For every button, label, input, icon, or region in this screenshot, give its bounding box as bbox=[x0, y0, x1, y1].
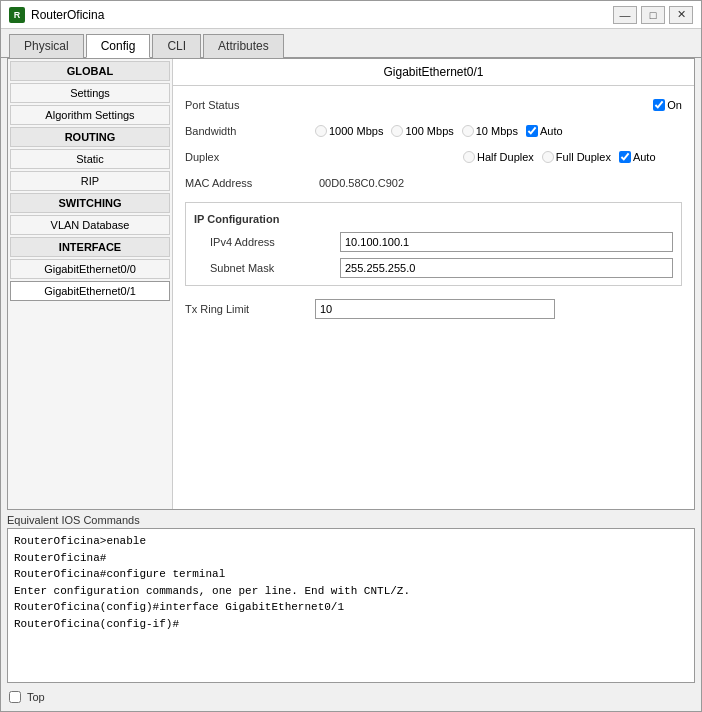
mac-address-label: MAC Address bbox=[185, 177, 315, 189]
tab-config[interactable]: Config bbox=[86, 34, 151, 58]
mac-address-controls: 00D0.58C0.C902 bbox=[315, 175, 682, 191]
close-button[interactable]: ✕ bbox=[669, 6, 693, 24]
window-title: RouterOficina bbox=[31, 8, 104, 22]
duplex-full: Full Duplex bbox=[542, 151, 611, 163]
sidebar-item-algorithm-settings[interactable]: Algorithm Settings bbox=[10, 105, 170, 125]
tabs-bar: Physical Config CLI Attributes bbox=[1, 29, 701, 58]
top-label: Top bbox=[27, 691, 45, 703]
port-status-checkbox-group: On bbox=[653, 99, 682, 111]
tx-ring-limit-label: Tx Ring Limit bbox=[185, 303, 315, 315]
duplex-half-label: Half Duplex bbox=[477, 151, 534, 163]
duplex-row: Duplex Half Duplex Full Duplex bbox=[185, 146, 682, 168]
duplex-controls: Half Duplex Full Duplex Auto bbox=[315, 151, 682, 163]
duplex-label: Duplex bbox=[185, 151, 315, 163]
minimize-button[interactable]: — bbox=[613, 6, 637, 24]
tab-cli[interactable]: CLI bbox=[152, 34, 201, 58]
ipv4-address-input[interactable] bbox=[340, 232, 673, 252]
sidebar-item-gigabit0-0[interactable]: GigabitEthernet0/0 bbox=[10, 259, 170, 279]
app-icon: R bbox=[9, 7, 25, 23]
sidebar-item-vlan-database[interactable]: VLAN Database bbox=[10, 215, 170, 235]
port-status-on-label: On bbox=[667, 99, 682, 111]
bandwidth-auto-group: Auto bbox=[526, 125, 563, 137]
sidebar-item-static[interactable]: Static bbox=[10, 149, 170, 169]
subnet-mask-input[interactable] bbox=[340, 258, 673, 278]
duplex-full-label: Full Duplex bbox=[556, 151, 611, 163]
tab-physical[interactable]: Physical bbox=[9, 34, 84, 58]
top-checkbox[interactable] bbox=[9, 691, 21, 703]
duplex-half-radio[interactable] bbox=[463, 151, 475, 163]
sidebar: GLOBAL Settings Algorithm Settings ROUTI… bbox=[8, 59, 173, 509]
maximize-button[interactable]: □ bbox=[641, 6, 665, 24]
bandwidth-label: Bandwidth bbox=[185, 125, 315, 137]
subnet-mask-label: Subnet Mask bbox=[210, 262, 340, 274]
bandwidth-auto-checkbox[interactable] bbox=[526, 125, 538, 137]
bottom-area: Equivalent IOS Commands RouterOficina>en… bbox=[7, 514, 695, 683]
bandwidth-100-label: 100 Mbps bbox=[405, 125, 453, 137]
bandwidth-1000-radio[interactable] bbox=[315, 125, 327, 137]
bandwidth-100: 100 Mbps bbox=[391, 125, 453, 137]
port-status-label: Port Status bbox=[185, 99, 315, 111]
duplex-auto-label: Auto bbox=[633, 151, 656, 163]
config-area: Port Status On Bandwidth bbox=[173, 86, 694, 509]
sidebar-section-interface: INTERFACE bbox=[10, 237, 170, 257]
sidebar-section-routing: ROUTING bbox=[10, 127, 170, 147]
bandwidth-radio-group: 1000 Mbps 100 Mbps 10 Mbps bbox=[315, 125, 563, 137]
bandwidth-auto-label: Auto bbox=[540, 125, 563, 137]
tx-ring-limit-input[interactable] bbox=[315, 299, 555, 319]
bandwidth-10-label: 10 Mbps bbox=[476, 125, 518, 137]
port-status-row: Port Status On bbox=[185, 94, 682, 116]
ios-commands-label: Equivalent IOS Commands bbox=[7, 514, 695, 526]
bandwidth-row: Bandwidth 1000 Mbps 100 Mbps bbox=[185, 120, 682, 142]
bandwidth-100-radio[interactable] bbox=[391, 125, 403, 137]
port-status-controls: On bbox=[315, 99, 682, 111]
footer-bar: Top bbox=[1, 683, 701, 711]
ipv4-address-row: IPv4 Address bbox=[210, 231, 673, 253]
tx-ring-limit-row: Tx Ring Limit bbox=[185, 298, 682, 320]
sidebar-item-settings[interactable]: Settings bbox=[10, 83, 170, 103]
ipv4-address-label: IPv4 Address bbox=[210, 236, 340, 248]
ios-commands-box[interactable]: RouterOficina>enableRouterOficina#Router… bbox=[7, 528, 695, 683]
sidebar-section-global: GLOBAL bbox=[10, 61, 170, 81]
subnet-mask-row: Subnet Mask bbox=[210, 257, 673, 279]
ip-config-header: IP Configuration bbox=[194, 209, 673, 227]
duplex-auto-checkbox[interactable] bbox=[619, 151, 631, 163]
panel-title: GigabitEthernet0/1 bbox=[173, 59, 694, 86]
bandwidth-1000: 1000 Mbps bbox=[315, 125, 383, 137]
mac-address-value: 00D0.58C0.C902 bbox=[315, 175, 408, 191]
title-bar-left: R RouterOficina bbox=[9, 7, 104, 23]
bandwidth-controls: 1000 Mbps 100 Mbps 10 Mbps bbox=[315, 125, 682, 137]
duplex-auto-group: Auto bbox=[619, 151, 656, 163]
port-status-checkbox[interactable] bbox=[653, 99, 665, 111]
sidebar-item-rip[interactable]: RIP bbox=[10, 171, 170, 191]
right-panel: GigabitEthernet0/1 Port Status On Ba bbox=[173, 59, 694, 509]
bandwidth-1000-label: 1000 Mbps bbox=[329, 125, 383, 137]
main-window: R RouterOficina — □ ✕ Physical Config CL… bbox=[0, 0, 702, 712]
main-content: GLOBAL Settings Algorithm Settings ROUTI… bbox=[7, 58, 695, 510]
sidebar-item-gigabit0-1[interactable]: GigabitEthernet0/1 bbox=[10, 281, 170, 301]
title-bar: R RouterOficina — □ ✕ bbox=[1, 1, 701, 29]
bandwidth-10: 10 Mbps bbox=[462, 125, 518, 137]
tab-attributes[interactable]: Attributes bbox=[203, 34, 284, 58]
duplex-half: Half Duplex bbox=[463, 151, 534, 163]
ip-config-section: IP Configuration IPv4 Address Subnet Mas… bbox=[185, 202, 682, 286]
window-controls: — □ ✕ bbox=[613, 6, 693, 24]
bandwidth-10-radio[interactable] bbox=[462, 125, 474, 137]
duplex-radio-group: Half Duplex Full Duplex Auto bbox=[315, 151, 656, 163]
mac-address-row: MAC Address 00D0.58C0.C902 bbox=[185, 172, 682, 194]
sidebar-section-switching: SWITCHING bbox=[10, 193, 170, 213]
duplex-full-radio[interactable] bbox=[542, 151, 554, 163]
